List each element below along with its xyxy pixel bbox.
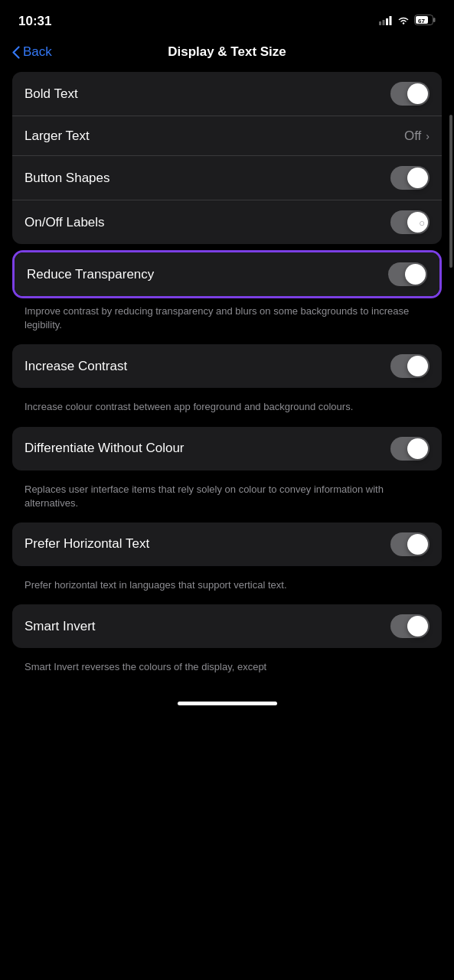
nav-bar: Back Display & Text Size xyxy=(0,38,454,72)
svg-text:67: 67 xyxy=(418,18,425,24)
status-bar: 10:31 67 xyxy=(0,0,454,38)
button-shapes-toggle[interactable] xyxy=(390,166,430,190)
button-shapes-label: Button Shapes xyxy=(24,171,110,186)
prefer-horizontal-toggle-knob xyxy=(407,534,428,555)
reduce-transparency-toggle[interactable] xyxy=(388,262,427,286)
smart-invert-group: Smart Invert xyxy=(12,604,442,648)
onoff-labels-label: On/Off Labels xyxy=(24,215,105,230)
scrollbar[interactable] xyxy=(449,115,452,268)
larger-text-value: Off xyxy=(404,129,421,144)
onoff-labels-toggle[interactable]: ○ xyxy=(390,210,430,234)
button-shapes-toggle-knob xyxy=(407,168,428,188)
increase-contrast-description: Increase colour contrast between app for… xyxy=(12,394,442,426)
reduce-transparency-label: Reduce Transparency xyxy=(27,267,154,282)
svg-rect-3 xyxy=(390,16,392,25)
larger-text-label: Larger Text xyxy=(24,129,90,144)
differentiate-toggle-knob xyxy=(407,438,428,459)
bottom-indicator xyxy=(0,686,454,713)
content: Bold Text Larger Text Off › Button Shape… xyxy=(0,72,454,686)
differentiate-row[interactable]: Differentiate Without Colour xyxy=(12,427,442,470)
differentiate-group: Differentiate Without Colour xyxy=(12,427,442,470)
larger-text-right: Off › xyxy=(404,129,430,144)
reduce-transparency-group: Reduce Transparency xyxy=(15,252,439,296)
prefer-horizontal-label: Prefer Horizontal Text xyxy=(24,536,149,552)
svg-rect-5 xyxy=(433,18,436,22)
smart-invert-description: Smart Invert reverses the colours of the… xyxy=(12,654,442,686)
smart-invert-toggle-knob xyxy=(407,616,428,637)
svg-rect-1 xyxy=(383,20,385,25)
wifi-icon xyxy=(397,15,410,28)
larger-text-chevron-icon: › xyxy=(426,130,430,142)
larger-text-row[interactable]: Larger Text Off › xyxy=(12,116,442,156)
increase-contrast-group: Increase Contrast xyxy=(12,344,442,388)
reduce-transparency-highlight: Reduce Transparency xyxy=(12,250,442,298)
onoff-labels-row[interactable]: On/Off Labels ○ xyxy=(12,200,442,244)
prefer-horizontal-toggle[interactable] xyxy=(390,532,430,556)
button-shapes-row[interactable]: Button Shapes xyxy=(12,156,442,200)
increase-contrast-row[interactable]: Increase Contrast xyxy=(12,344,442,388)
svg-rect-2 xyxy=(386,18,388,25)
increase-contrast-toggle-knob xyxy=(407,356,428,376)
reduce-transparency-description: Improve contrast by reducing transparenc… xyxy=(12,298,442,344)
differentiate-description: Replaces user interface items that rely … xyxy=(12,477,442,523)
home-indicator xyxy=(178,702,277,705)
page-title: Display & Text Size xyxy=(168,44,286,60)
prefer-horizontal-description: Prefer horizontal text in languages that… xyxy=(12,572,442,604)
battery-icon: 67 xyxy=(414,15,436,28)
bold-text-label: Bold Text xyxy=(24,86,78,102)
prefer-horizontal-group: Prefer Horizontal Text xyxy=(12,523,442,566)
reduce-transparency-row[interactable]: Reduce Transparency xyxy=(15,252,439,296)
smart-invert-label: Smart Invert xyxy=(24,619,96,634)
back-chevron-icon xyxy=(12,46,20,59)
svg-rect-0 xyxy=(379,21,381,25)
increase-contrast-toggle[interactable] xyxy=(390,354,430,378)
differentiate-toggle[interactable] xyxy=(390,437,430,461)
differentiate-label: Differentiate Without Colour xyxy=(24,441,185,456)
reduce-transparency-toggle-knob xyxy=(405,264,426,285)
back-button[interactable]: Back xyxy=(12,44,52,60)
bold-text-toggle-knob xyxy=(407,83,428,104)
settings-group-1: Bold Text Larger Text Off › Button Shape… xyxy=(12,72,442,244)
status-time: 10:31 xyxy=(18,14,51,29)
back-label: Back xyxy=(23,44,52,60)
bold-text-row[interactable]: Bold Text xyxy=(12,72,442,116)
prefer-horizontal-row[interactable]: Prefer Horizontal Text xyxy=(12,523,442,566)
status-icons: 67 xyxy=(379,15,436,28)
onoff-o-label: ○ xyxy=(419,217,425,228)
increase-contrast-label: Increase Contrast xyxy=(24,359,127,374)
smart-invert-toggle[interactable] xyxy=(390,614,430,638)
bold-text-toggle[interactable] xyxy=(390,82,430,106)
signal-icon xyxy=(379,15,393,28)
smart-invert-row[interactable]: Smart Invert xyxy=(12,604,442,648)
